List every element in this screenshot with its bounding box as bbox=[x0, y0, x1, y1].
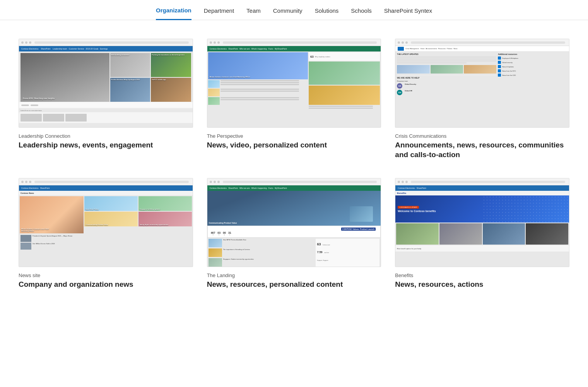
sim-res-4: News from the NYC bbox=[498, 69, 567, 72]
sim-hero-content-6: CORONAVIRUS UPDATE Welcome to Contoso be… bbox=[398, 206, 567, 212]
minutes-number: 00 bbox=[223, 231, 226, 234]
nav-item-community[interactable]: Community bbox=[273, 7, 303, 19]
card-category-2: The Perspective bbox=[207, 133, 381, 139]
sim-thumb3 bbox=[65, 114, 87, 122]
sim-hero-text: Drone EDU: Reaching new heights bbox=[23, 97, 55, 100]
address-bar-5 bbox=[223, 181, 377, 183]
sim-caption-1 bbox=[19, 102, 193, 108]
sim-story-2 bbox=[208, 89, 308, 96]
card-the-perspective: Contoso Electronics SharePoint Who we ar… bbox=[207, 39, 381, 159]
address-bar-1 bbox=[34, 41, 189, 44]
sim-content-2: Miriam Graham, Contoso's new Chief Marke… bbox=[207, 51, 381, 127]
sim-widget-time-area: 7:59 read time bbox=[317, 248, 378, 255]
nav-item-schools[interactable]: Schools bbox=[351, 7, 371, 19]
sim-col3-4: Singapore building updates Taking flight… bbox=[138, 196, 192, 233]
browser-chrome-6 bbox=[395, 178, 569, 185]
sim-thumb1 bbox=[21, 114, 42, 122]
card-preview-benefits[interactable]: Contoso Electronics SharePoint Benefits … bbox=[395, 178, 569, 267]
sim-benefits-logo: Benefits bbox=[397, 192, 406, 194]
address-bar-2 bbox=[223, 41, 377, 44]
sim-latestupdates: THE LATEST UPDATES bbox=[397, 53, 496, 55]
sim-widget-loc-area: Singapore, Singapore bbox=[317, 255, 378, 262]
sim-global-hr: Global HR bbox=[405, 90, 412, 95]
sim-story-3 bbox=[208, 97, 308, 105]
sim-left-3: THE LATEST UPDATES bbox=[397, 53, 496, 126]
sim-res-text-5: News from the CDC bbox=[502, 74, 516, 76]
sim-brand-1: Contoso Electronics bbox=[21, 48, 38, 50]
card-category-1: Leadership Connection bbox=[19, 133, 193, 139]
card-preview-crisis[interactable]: Crisis Management Home · Announcements ·… bbox=[395, 39, 569, 128]
card-preview-leadership[interactable]: Contoso Electronics SharePoint Leadershi… bbox=[19, 39, 193, 128]
browser-chrome-2 bbox=[207, 39, 381, 46]
chrome-max-3 bbox=[405, 41, 408, 44]
sim-grid-img1 bbox=[396, 223, 439, 245]
sim-side-col-2: 63 Why simplicity matters bbox=[309, 52, 380, 127]
sim-nav-2: Who we are · What's happening · Facts · … bbox=[239, 48, 287, 50]
sim-content-item1: New MFW Printers Available Now bbox=[209, 239, 315, 247]
widget-time: 7:59 bbox=[317, 251, 322, 253]
sim-global-security: Global Security bbox=[405, 83, 416, 89]
sim-side-img-2 bbox=[309, 86, 380, 105]
sim-topnav-4: Contoso Electronics SharePoint bbox=[19, 185, 193, 191]
sim-topnav-1: Contoso Electronics SharePoint Leadershi… bbox=[19, 46, 193, 51]
widget-location: Singapore, Singapore bbox=[317, 260, 328, 261]
sim-caption-text-6: More benefit options for your family bbox=[397, 248, 421, 250]
sim-brand-3: Crisis Management bbox=[405, 48, 419, 50]
nav-item-team[interactable]: Team bbox=[246, 7, 261, 19]
sim-sp-2: SharePoint bbox=[228, 48, 238, 50]
sim-story-card2: Communicating Product Value bbox=[84, 212, 138, 226]
nav-item-department[interactable]: Department bbox=[204, 7, 234, 19]
card-preview-perspective[interactable]: Contoso Electronics SharePoint Who we ar… bbox=[207, 39, 381, 128]
nav-item-sharepoint-syntex[interactable]: SharePoint Syntex bbox=[384, 7, 432, 19]
chrome-min-1 bbox=[25, 41, 27, 44]
sim-hero-area-1: Drone EDU: Reaching new heights 2020 bui… bbox=[19, 51, 193, 102]
sim-grid-img3 bbox=[483, 223, 525, 245]
chrome-close-5 bbox=[210, 181, 212, 183]
card-title-1: Leadership news, events, engagement bbox=[19, 140, 193, 150]
tl5 bbox=[220, 91, 299, 92]
score-label: Why simplicity matters bbox=[315, 56, 330, 58]
chrome-max-6 bbox=[405, 181, 408, 183]
nav-item-organization[interactable]: Organization bbox=[156, 7, 191, 20]
sim-sub3: Product Airshow Wrap-Up August 2019 bbox=[110, 78, 150, 102]
sim-story-thumb1 bbox=[208, 80, 220, 88]
sim-laptop bbox=[350, 206, 373, 222]
sim-content-3: THE LATEST UPDATES bbox=[395, 51, 569, 127]
sim-countdown-container: CONTOSO Values: Product Launch 467 d 03 … bbox=[207, 226, 381, 238]
sim-story-card1: Open Door Policy bbox=[84, 196, 138, 211]
card-title-4: Company and organization news bbox=[19, 280, 193, 289]
sim-n-text2: One Million Drones Sold in 2018 bbox=[32, 243, 55, 245]
sim-news-row1: President's Keynote Speech August 2019 —… bbox=[21, 235, 191, 242]
sim-story-text1 bbox=[220, 80, 308, 86]
preview-body-2: Contoso Electronics SharePoint Who we ar… bbox=[207, 46, 381, 127]
sim-sub2: Pushing the boundaries on Aerial Inspect… bbox=[151, 53, 191, 77]
nav-item-solutions[interactable]: Solutions bbox=[315, 7, 339, 19]
sim-latestfrom: Latest from our executive team bbox=[19, 108, 193, 112]
sim-story-thumb3 bbox=[208, 97, 220, 105]
sim-ci-text1: New MFW Printers Available Now bbox=[223, 239, 246, 247]
sim-res-icon-3 bbox=[498, 65, 501, 68]
sim-brand-2: Contoso Electronics bbox=[210, 48, 227, 50]
sim-ci-img2 bbox=[209, 248, 222, 257]
minutes-label: m bbox=[223, 234, 226, 236]
card-preview-landing[interactable]: Contoso Electronics SharePoint Who we ar… bbox=[207, 178, 381, 267]
sim-grid-img2 bbox=[439, 223, 482, 245]
sim-story-text2 bbox=[220, 89, 308, 92]
card-crisis-communications: Crisis Management Home · Announcements ·… bbox=[395, 39, 569, 159]
sim-hero-5: Communicating Product Value bbox=[207, 191, 381, 226]
card-preview-news[interactable]: Contoso Electronics SharePoint Contoso N… bbox=[19, 178, 193, 267]
browser-chrome-1 bbox=[19, 39, 193, 46]
browser-chrome-4 bbox=[19, 178, 193, 185]
sim-benefits-header: Benefits bbox=[395, 191, 569, 195]
avatar-gh: GH bbox=[397, 90, 402, 95]
sim-news-thumb2 bbox=[431, 65, 463, 74]
seconds-label: s bbox=[228, 234, 231, 236]
sim-countdown-nums: 467 d 03 h 00 m 31 s bbox=[209, 231, 379, 236]
sim-hero-6: CORONAVIRUS UPDATE Welcome to Contoso be… bbox=[395, 195, 569, 223]
days-label: d bbox=[211, 234, 215, 236]
sim-main-col-2: Miriam Graham, Contoso's new Chief Marke… bbox=[208, 52, 308, 127]
card-title-2: News, video, personalized content bbox=[207, 140, 381, 150]
sim-n-thumb2 bbox=[21, 243, 31, 250]
sim-news-grid-3 bbox=[397, 65, 496, 74]
sim-logo-3 bbox=[398, 47, 404, 51]
